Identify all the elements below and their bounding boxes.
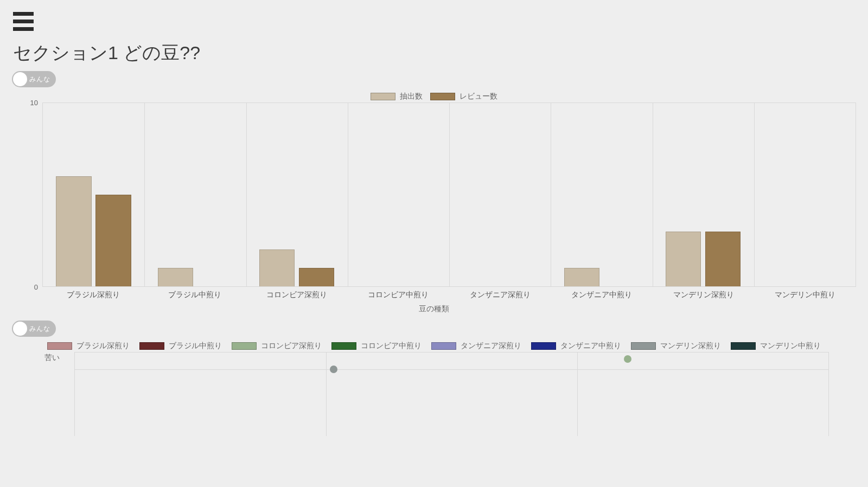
scatter-point[interactable]: [330, 366, 337, 373]
scatter-chart: 苦い: [12, 352, 856, 436]
bar-chart: 010: [12, 102, 856, 287]
bar-レビュー数[interactable]: [95, 195, 131, 286]
category-label: タンザニア深煎り: [449, 290, 551, 300]
legend-swatch: [731, 342, 756, 350]
legend-item[interactable]: マンデリン深煎り: [631, 341, 721, 351]
legend-item[interactable]: タンザニア深煎り: [431, 341, 521, 351]
legend-label: レビュー数: [459, 92, 497, 101]
bar-抽出数[interactable]: [564, 268, 600, 286]
category-label: マンデリン中煎り: [755, 290, 857, 300]
y-tick: 0: [34, 283, 40, 291]
scatter-chart-plot: [74, 352, 829, 436]
legend-item[interactable]: タンザニア中煎り: [531, 341, 621, 351]
scatter-chart-legend: ブラジル深煎りブラジル中煎りコロンビア深煎りコロンビア中煎りタンザニア深煎りタン…: [0, 341, 868, 351]
legend-swatch: [631, 342, 656, 350]
legend-swatch: [232, 342, 257, 350]
legend-item[interactable]: コロンビア中煎り: [331, 341, 422, 351]
page-title: セクション1 どの豆??: [13, 41, 868, 66]
scatter-point[interactable]: [624, 355, 631, 363]
legend-item[interactable]: レビュー数: [430, 92, 497, 101]
bar-抽出数[interactable]: [56, 176, 92, 286]
category-label: コロンビア中煎り: [348, 290, 450, 300]
category-label: タンザニア中煎り: [551, 290, 653, 300]
legend-label: マンデリン中煎り: [760, 341, 821, 351]
category-label: コロンビア深煎り: [246, 290, 348, 300]
bar-chart-categories: ブラジル深煎りブラジル中煎りコロンビア深煎りコロンビア中煎りタンザニア深煎りタン…: [42, 287, 856, 300]
bar-chart-legend: 抽出数レビュー数: [0, 92, 868, 101]
legend-item[interactable]: 抽出数: [371, 92, 423, 101]
bar-chart-xlabel: 豆の種類: [0, 304, 868, 314]
toggle-label: みんな: [29, 75, 50, 84]
legend-label: コロンビア中煎り: [361, 341, 422, 351]
legend-swatch: [331, 342, 356, 350]
legend-label: タンザニア深煎り: [461, 341, 521, 351]
legend-swatch: [139, 342, 164, 350]
legend-swatch: [371, 93, 395, 100]
legend-label: 抽出数: [400, 92, 423, 101]
bar-レビュー数[interactable]: [705, 232, 741, 286]
legend-swatch: [47, 342, 72, 350]
bar-抽出数[interactable]: [259, 249, 295, 286]
legend-label: ブラジル中煎り: [169, 341, 222, 351]
hamburger-menu-icon[interactable]: [13, 12, 34, 31]
toggle-knob: [13, 72, 27, 86]
legend-item[interactable]: ブラジル深煎り: [47, 341, 130, 351]
legend-item[interactable]: マンデリン中煎り: [731, 341, 821, 351]
legend-label: タンザニア中煎り: [560, 341, 621, 351]
toggle-knob: [13, 322, 27, 336]
legend-item[interactable]: ブラジル中煎り: [139, 341, 222, 351]
legend-swatch: [431, 342, 456, 350]
bar-抽出数[interactable]: [158, 268, 194, 286]
legend-label: ブラジル深煎り: [76, 341, 130, 351]
audience-toggle[interactable]: みんな: [12, 71, 56, 87]
category-label: ブラジル中煎り: [144, 290, 246, 300]
legend-item[interactable]: コロンビア深煎り: [232, 341, 322, 351]
scatter-chart-ytitle: 苦い: [44, 353, 60, 363]
audience-toggle-2[interactable]: みんな: [12, 321, 56, 337]
legend-label: コロンビア深煎り: [261, 341, 322, 351]
toggle-label: みんな: [29, 324, 50, 334]
y-tick: 10: [30, 99, 40, 107]
legend-label: マンデリン深煎り: [660, 341, 721, 351]
bar-レビュー数[interactable]: [299, 268, 335, 286]
category-label: ブラジル深煎り: [42, 290, 144, 300]
legend-swatch: [430, 93, 455, 100]
bar-抽出数[interactable]: [666, 232, 701, 286]
bar-chart-plot: [42, 102, 856, 287]
legend-swatch: [531, 342, 556, 350]
category-label: マンデリン深煎り: [653, 290, 755, 300]
